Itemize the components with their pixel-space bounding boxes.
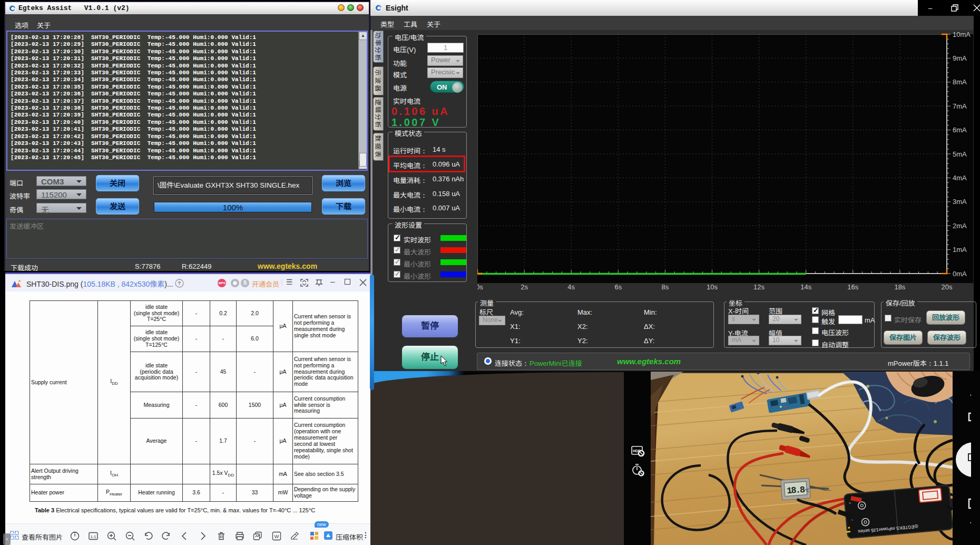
svg-text:9mA: 9mA bbox=[953, 54, 967, 62]
svg-text:W: W bbox=[275, 534, 279, 539]
svg-text:3mA: 3mA bbox=[953, 198, 967, 206]
svg-text:18.8: 18.8 bbox=[787, 485, 806, 496]
svg-text:14s: 14s bbox=[800, 283, 811, 291]
svg-text:10s: 10s bbox=[707, 283, 718, 291]
svg-text:12s: 12s bbox=[753, 283, 765, 291]
svg-text:℃: ℃ bbox=[805, 488, 810, 493]
svg-text:4mA: 4mA bbox=[953, 174, 967, 182]
svg-text:I+: I+ bbox=[849, 501, 851, 504]
svg-text:2mA: 2mA bbox=[953, 222, 967, 230]
svg-text:20s: 20s bbox=[942, 283, 953, 291]
svg-text:1mA: 1mA bbox=[953, 246, 967, 254]
svg-text:1:1: 1:1 bbox=[90, 534, 96, 539]
svg-text:5mA: 5mA bbox=[953, 150, 967, 158]
svg-text:2s: 2s bbox=[521, 283, 528, 291]
svg-text:8s: 8s bbox=[662, 283, 669, 291]
svg-text:6s: 6s bbox=[614, 283, 622, 291]
svg-text:10mA: 10mA bbox=[953, 31, 971, 38]
svg-text:0mA: 0mA bbox=[953, 270, 967, 278]
svg-text:4s: 4s bbox=[567, 283, 575, 291]
svg-text:16s: 16s bbox=[847, 283, 858, 291]
svg-text:8mA: 8mA bbox=[953, 78, 967, 86]
svg-text:HDR: HDR bbox=[633, 449, 641, 453]
svg-text:6mA: 6mA bbox=[953, 126, 967, 134]
svg-text:7mA: 7mA bbox=[953, 102, 967, 110]
svg-text:0s: 0s bbox=[477, 283, 483, 291]
svg-text:18s: 18s bbox=[894, 283, 905, 291]
